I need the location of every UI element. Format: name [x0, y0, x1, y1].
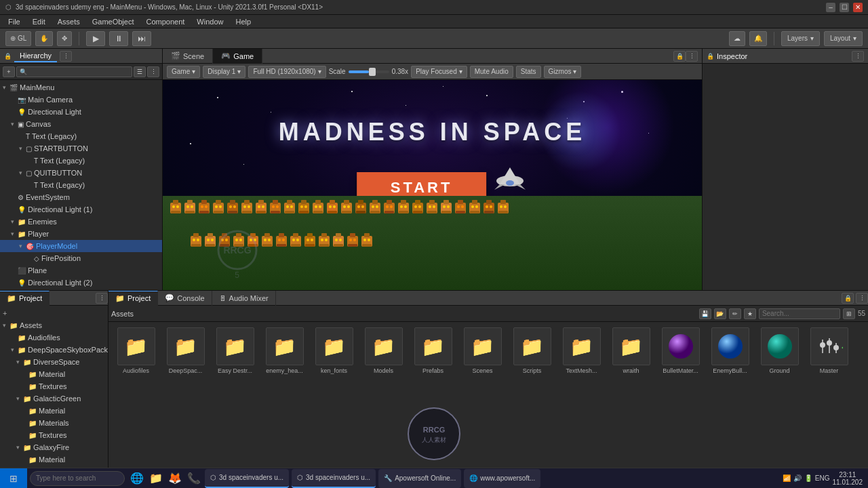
layout-dropdown[interactable]: Layout ▾ — [824, 31, 863, 46]
menu-component[interactable]: Component — [140, 16, 190, 27]
play-button[interactable]: ▶ — [86, 31, 105, 46]
stats-btn[interactable]: Stats — [516, 66, 541, 78]
tree-galaxyfire[interactable]: ▾ 📁 GalaxyFire — [0, 441, 108, 453]
menu-gameobject[interactable]: GameObject — [87, 16, 140, 27]
hierarchy-search-bar[interactable]: 🔍 — [16, 66, 132, 77]
hier-item-playermodel[interactable]: ▾ 🎯 PlayerModel — [0, 240, 162, 252]
taskbar-explorer-icon[interactable]: 📁 — [146, 469, 165, 488]
assets-star-btn[interactable]: ★ — [744, 308, 756, 319]
gizmos-dropdown[interactable]: Gizmos ▾ — [544, 66, 582, 78]
move-tool[interactable]: ✥ — [57, 31, 72, 46]
menu-assets[interactable]: Assets — [52, 16, 85, 27]
mute-audio-btn[interactable]: Mute Audio — [470, 66, 513, 78]
scale-slider[interactable] — [349, 70, 389, 73]
menu-file[interactable]: File — [3, 16, 26, 27]
close-button[interactable]: ✕ — [853, 3, 863, 12]
assets-save-btn[interactable]: 💾 — [699, 308, 711, 319]
asset-ground[interactable]: Ground — [757, 327, 802, 374]
view-lock-btn[interactable]: 🔒 — [673, 51, 686, 62]
scene-tab[interactable]: 🎬 Scene — [163, 49, 213, 64]
maximize-button[interactable]: ☐ — [840, 3, 849, 12]
tree-assets-root[interactable]: ▾ 📁 Assets — [0, 319, 108, 331]
tree-material2[interactable]: 📁 Material — [0, 405, 108, 417]
hier-item-mainmenu[interactable]: ▾ 🎬 MainMenu — [0, 81, 162, 94]
asset-prefabs[interactable]: 📁 Prefabs — [411, 327, 455, 374]
start-menu-button[interactable]: ⊞ — [0, 468, 27, 489]
hierarchy-more-btn[interactable]: ⋮ — [147, 66, 159, 77]
taskbar-firefox-icon[interactable]: 🦊 — [165, 469, 184, 488]
assets-lock-btn[interactable]: 🔒 — [842, 293, 854, 304]
asset-textmesh[interactable]: 📁 TextMesh... — [559, 327, 604, 374]
minimize-button[interactable]: – — [826, 3, 835, 12]
resolution-dropdown[interactable]: Full HD (1920x1080) ▾ — [248, 66, 326, 78]
play-focused-dropdown[interactable]: Play Focused ▾ — [411, 66, 467, 78]
console-tab[interactable]: 💬 Console — [158, 291, 212, 306]
hier-item-maincamera[interactable]: 📷 Main Camera — [0, 94, 162, 106]
taskbar-search-input[interactable] — [30, 471, 125, 486]
inspector-tab[interactable]: Inspector — [717, 52, 747, 60]
tree-textures2[interactable]: 📁 Textures — [0, 429, 108, 441]
asset-audiofiles[interactable]: 📁 Audiofiles — [114, 327, 158, 374]
menu-edit[interactable]: Edit — [27, 16, 51, 27]
project-tab[interactable]: 📁 Project — [0, 291, 50, 306]
hier-item-dirlight1[interactable]: 💡 Directional Light (1) — [0, 203, 162, 216]
tree-material1[interactable]: 📁 Material — [0, 368, 108, 380]
hier-item-quitbutton[interactable]: ▾ ▢ QUITBUTTON — [0, 167, 162, 179]
taskbar-apowersoft-app[interactable]: 🔧 Apowersoft Online... — [378, 469, 461, 488]
menu-help[interactable]: Help — [230, 16, 256, 27]
hierarchy-sort-btn[interactable]: ☰ — [134, 66, 146, 77]
taskbar-unity-app-2[interactable]: ⬡ 3d spaceinvaders u... — [292, 469, 376, 488]
game-tab[interactable]: 🎮 Game — [213, 49, 262, 64]
asset-kenfonts[interactable]: 📁 ken_fonts — [312, 327, 356, 374]
viewport[interactable]: MADNESS IN SPACE START — [163, 80, 702, 290]
asset-enemyhealth[interactable]: 📁 enemy_hea... — [262, 327, 307, 374]
asset-deepspace[interactable]: 📁 DeepSpac... — [163, 327, 208, 374]
asset-master[interactable]: Master — [807, 327, 851, 374]
assets-grid-size-btn[interactable]: ⊞ — [843, 308, 855, 319]
asset-wraith[interactable]: 📁 wraith — [609, 327, 653, 374]
hier-item-plane[interactable]: ⬛ Plane — [0, 264, 162, 277]
hier-item-canvas[interactable]: ▾ ▣ Canvas — [0, 118, 162, 130]
hierarchy-tab[interactable]: Hierarchy — [14, 50, 57, 62]
assets-search-input[interactable] — [759, 308, 840, 319]
step-button[interactable]: ⏭ — [132, 31, 151, 46]
hier-item-player[interactable]: ▾ 📁 Player — [0, 228, 162, 240]
hier-item-fireposition[interactable]: ◇ FirePosition — [0, 252, 162, 264]
taskbar-chrome-icon[interactable]: 🌐 — [127, 469, 146, 488]
tree-material3[interactable]: 📁 Material — [0, 453, 108, 466]
view-options-btn[interactable]: ⋮ — [686, 51, 698, 62]
taskbar-phone-icon[interactable]: 📞 — [184, 469, 203, 488]
bottom-panel-options[interactable]: ⋮ — [96, 293, 108, 304]
hierarchy-options-btn[interactable]: ⋮ — [60, 51, 72, 62]
assets-edit-btn[interactable]: ✏ — [729, 308, 741, 319]
hier-item-enemies[interactable]: ▾ 📁 Enemies — [0, 216, 162, 228]
tree-diversespace[interactable]: ▾ 📁 DiverseSpace — [0, 356, 108, 368]
tree-galacticgreen[interactable]: ▾ 📁 GalacticGreen — [0, 392, 108, 405]
asset-easydestr[interactable]: 📁 Easy Destr... — [213, 327, 257, 374]
hier-item-text2[interactable]: T Text (Legacy) — [0, 155, 162, 167]
tree-add-btn[interactable]: + — [0, 307, 108, 319]
hier-item-text3[interactable]: T Text (Legacy) — [0, 179, 162, 191]
gl-button[interactable]: ⊕ GL — [5, 31, 31, 46]
asset-scenes[interactable]: 📁 Scenes — [460, 327, 505, 374]
assets-reveal-btn[interactable]: 📂 — [714, 308, 726, 319]
tree-materials[interactable]: 📁 Materials — [0, 417, 108, 429]
hier-item-eventsystem[interactable]: ⚙ EventSystem — [0, 191, 162, 203]
display-dropdown[interactable]: Display 1 ▾ — [203, 66, 245, 78]
asset-scripts[interactable]: 📁 Scripts — [510, 327, 554, 374]
game-dropdown[interactable]: Game ▾ — [167, 66, 200, 78]
tree-deepspace[interactable]: ▾ 📁 DeepSpaceSkyboxPack — [0, 344, 108, 356]
asset-bulletmaterial[interactable]: BulletMater... — [658, 327, 703, 374]
assets-project-tab[interactable]: 📁 Project — [108, 291, 158, 306]
taskbar-unity-app-1[interactable]: ⬡ 3d spaceinvaders u... — [205, 469, 289, 488]
tree-audiofiles[interactable]: 📁 Audiofiles — [0, 331, 108, 344]
cloud-button[interactable]: 🔔 — [749, 31, 767, 46]
assets-options-btn[interactable]: ⋮ — [856, 293, 868, 304]
hier-item-dirlight[interactable]: 💡 Directional Light — [0, 106, 162, 118]
tree-textures1[interactable]: 📁 Textures — [0, 380, 108, 392]
hier-item-text1[interactable]: T Text (Legacy) — [0, 130, 162, 142]
taskbar-browser-app[interactable]: 🌐 www.apowersoft... — [464, 469, 540, 488]
audio-mixer-tab[interactable]: 🎚 Audio Mixer — [212, 291, 276, 306]
collab-button[interactable]: ☁ — [729, 31, 745, 46]
hierarchy-add-btn[interactable]: + — [3, 66, 15, 77]
